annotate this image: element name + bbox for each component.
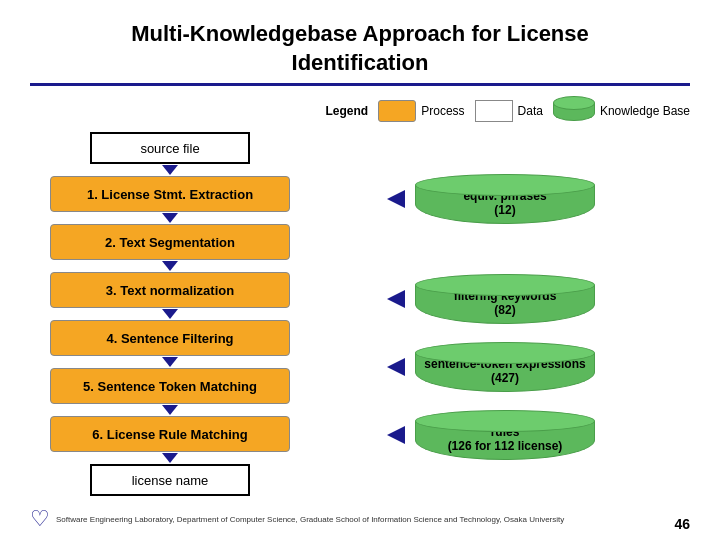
step-4-label: 4. Sentence Filtering: [106, 331, 233, 346]
db-2-line2: (82): [494, 303, 515, 317]
legend-kb-label: Knowledge Base: [600, 104, 690, 118]
arrow-to-step4: [387, 290, 405, 308]
main-content: source file 1. License Stmt. Extraction …: [30, 132, 690, 496]
source-file-box: source file: [90, 132, 250, 164]
arrow-to-step5: [387, 358, 405, 376]
step-5-box: 5. Sentence Token Matching: [50, 368, 290, 404]
step-1-box: 1. License Stmt. Extraction: [50, 176, 290, 212]
step-2-label: 2. Text Segmentation: [105, 235, 235, 250]
person-icon: ♡: [30, 506, 50, 532]
step-5-label: 5. Sentence Token Matching: [83, 379, 257, 394]
db-3: sentence-token expressions (427): [415, 342, 595, 392]
arrow-0: [162, 165, 178, 175]
legend-data-label: Data: [518, 104, 543, 118]
step-1-label: 1. License Stmt. Extraction: [87, 187, 253, 202]
step-4-box: 4. Sentence Filtering: [50, 320, 290, 356]
slide-title: Multi-Knowledgebase Approach for License…: [30, 20, 690, 77]
databases-column: equiv. phrases (12) filtering keywords (…: [310, 174, 690, 496]
arrow-to-step2: [387, 190, 405, 208]
legend: Legend Process Data Knowledge Base: [326, 96, 690, 126]
source-file-label: source file: [140, 141, 199, 156]
step-6-box: 6. License Rule Matching: [50, 416, 290, 452]
db-4-line2: (126 for 112 license): [448, 439, 563, 453]
db-4-wrapper: rules (126 for 112 license): [415, 410, 595, 460]
page-number: 46: [674, 516, 690, 532]
footer: ♡ Software Engineering Laboratory, Depar…: [0, 506, 720, 532]
db-1-line2: (12): [494, 203, 515, 217]
db-2: filtering keywords (82): [415, 274, 595, 324]
step-3-label: 3. Text normalization: [106, 283, 234, 298]
step-6-label: 6. License Rule Matching: [92, 427, 247, 442]
legend-kb-icon: [553, 96, 595, 126]
legend-data-icon: [475, 100, 513, 122]
footer-text: Software Engineering Laboratory, Departm…: [56, 515, 564, 524]
title-underline: [30, 83, 690, 86]
output-box: license name: [90, 464, 250, 496]
arrow-6: [162, 453, 178, 463]
arrow-2: [162, 261, 178, 271]
db-4: rules (126 for 112 license): [415, 410, 595, 460]
legend-label: Legend: [326, 104, 369, 118]
db-3-wrapper: sentence-token expressions (427): [415, 342, 595, 392]
legend-kb-item: Knowledge Base: [553, 96, 690, 126]
legend-section: Legend Process Data Knowledge Base: [30, 96, 690, 126]
title-line2: Identification: [292, 50, 429, 75]
legend-data-item: Data: [475, 100, 543, 122]
legend-process-label: Process: [421, 104, 464, 118]
arrow-to-step6: [387, 426, 405, 444]
step-3-box: 3. Text normalization: [50, 272, 290, 308]
arrow-3: [162, 309, 178, 319]
db-3-line2: (427): [491, 371, 519, 385]
step-2-box: 2. Text Segmentation: [50, 224, 290, 260]
legend-process-item: Process: [378, 100, 464, 122]
slide: Multi-Knowledgebase Approach for License…: [0, 0, 720, 540]
arrow-1: [162, 213, 178, 223]
title-line1: Multi-Knowledgebase Approach for License: [131, 21, 589, 46]
legend-process-icon: [378, 100, 416, 122]
process-flow: source file 1. License Stmt. Extraction …: [30, 132, 310, 496]
db-2-wrapper: filtering keywords (82): [415, 274, 595, 324]
output-label: license name: [132, 473, 209, 488]
db-1-wrapper: equiv. phrases (12): [415, 174, 595, 224]
arrow-5: [162, 405, 178, 415]
arrow-4: [162, 357, 178, 367]
db-1: equiv. phrases (12): [415, 174, 595, 224]
